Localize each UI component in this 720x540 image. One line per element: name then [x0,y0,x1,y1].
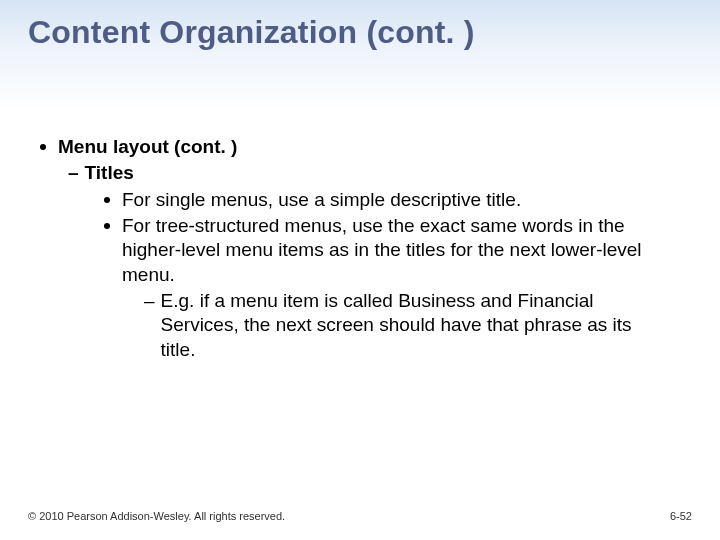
bullet-text: For tree-structured menus, use the exact… [122,214,662,287]
bullet-level-4: – E.g. if a menu item is called Business… [144,289,680,362]
footer-copyright: © 2010 Pearson Addison-Wesley. All right… [28,510,285,522]
bullet-dot-icon [40,144,46,150]
bullet-level-1: Menu layout (cont. ) [40,135,680,159]
bullet-dash-icon: – [144,289,155,313]
slide-body: Menu layout (cont. ) – Titles For single… [40,135,680,362]
slide: Content Organization (cont. ) Menu layou… [0,0,720,540]
footer-page-number: 6-52 [670,510,692,522]
bullet-level-3: For tree-structured menus, use the exact… [104,214,680,287]
bullet-text: For single menus, use a simple descripti… [122,188,662,212]
slide-title: Content Organization (cont. ) [28,14,475,51]
bullet-level-2: – Titles [68,161,680,185]
bullet-dot-icon [104,197,110,203]
bullet-text: E.g. if a menu item is called Business a… [161,289,661,362]
bullet-text: Menu layout (cont. ) [58,135,680,159]
bullet-text: Titles [85,161,680,185]
bullet-dot-icon [104,223,110,229]
bullet-level-3: For single menus, use a simple descripti… [104,188,680,212]
bullet-dash-icon: – [68,161,79,185]
